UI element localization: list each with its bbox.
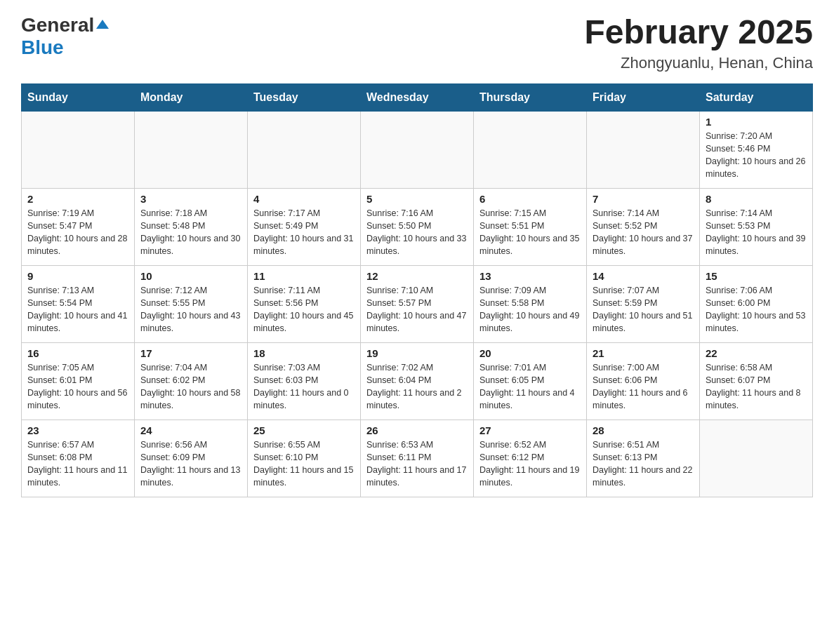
header-day-thursday: Thursday	[474, 83, 587, 111]
calendar-cell: 19Sunrise: 7:02 AMSunset: 6:04 PMDayligh…	[361, 342, 474, 420]
day-info: Sunrise: 7:15 AMSunset: 5:51 PMDaylight:…	[479, 207, 581, 258]
header-day-sunday: Sunday	[22, 83, 135, 111]
calendar-cell	[135, 111, 248, 188]
logo: General Blue	[21, 14, 109, 59]
calendar-cell	[248, 111, 361, 188]
header-day-friday: Friday	[587, 83, 700, 111]
day-number: 22	[706, 347, 807, 359]
day-info: Sunrise: 7:07 AMSunset: 5:59 PMDaylight:…	[593, 284, 694, 335]
month-title: February 2025	[584, 14, 813, 51]
day-number: 12	[366, 270, 468, 282]
day-info: Sunrise: 7:00 AMSunset: 6:06 PMDaylight:…	[593, 361, 694, 412]
calendar-cell: 23Sunrise: 6:57 AMSunset: 6:08 PMDayligh…	[22, 420, 135, 497]
logo-blue: Blue	[21, 36, 64, 58]
logo-blue-text: Blue	[21, 36, 64, 59]
calendar-cell: 2Sunrise: 7:19 AMSunset: 5:47 PMDaylight…	[22, 188, 135, 265]
day-info: Sunrise: 6:51 AMSunset: 6:13 PMDaylight:…	[593, 438, 694, 490]
day-number: 13	[479, 270, 581, 282]
day-info: Sunrise: 7:14 AMSunset: 5:52 PMDaylight:…	[593, 207, 694, 258]
header-row: SundayMondayTuesdayWednesdayThursdayFrid…	[22, 83, 813, 111]
calendar-cell: 8Sunrise: 7:14 AMSunset: 5:53 PMDaylight…	[700, 188, 813, 265]
calendar-cell	[361, 111, 474, 188]
day-number: 8	[706, 193, 807, 205]
calendar-cell: 5Sunrise: 7:16 AMSunset: 5:50 PMDaylight…	[361, 188, 474, 265]
day-number: 24	[140, 424, 241, 436]
day-info: Sunrise: 7:09 AMSunset: 5:58 PMDaylight:…	[479, 284, 581, 335]
week-row-2: 9Sunrise: 7:13 AMSunset: 5:54 PMDaylight…	[22, 265, 813, 342]
calendar-cell: 9Sunrise: 7:13 AMSunset: 5:54 PMDaylight…	[22, 265, 135, 342]
day-number: 20	[479, 347, 581, 359]
day-info: Sunrise: 7:04 AMSunset: 6:02 PMDaylight:…	[140, 361, 241, 412]
day-info: Sunrise: 7:10 AMSunset: 5:57 PMDaylight:…	[366, 284, 468, 335]
day-number: 10	[140, 270, 241, 282]
day-number: 26	[366, 424, 468, 436]
week-row-1: 2Sunrise: 7:19 AMSunset: 5:47 PMDaylight…	[22, 188, 813, 265]
calendar-cell	[700, 420, 813, 497]
logo-general: General	[21, 14, 94, 36]
calendar-cell: 18Sunrise: 7:03 AMSunset: 6:03 PMDayligh…	[248, 342, 361, 420]
day-number: 16	[27, 347, 128, 359]
calendar-cell: 11Sunrise: 7:11 AMSunset: 5:56 PMDayligh…	[248, 265, 361, 342]
calendar-cell: 13Sunrise: 7:09 AMSunset: 5:58 PMDayligh…	[474, 265, 587, 342]
day-info: Sunrise: 6:56 AMSunset: 6:09 PMDaylight:…	[140, 438, 241, 490]
day-info: Sunrise: 7:12 AMSunset: 5:55 PMDaylight:…	[140, 284, 241, 335]
calendar-cell: 27Sunrise: 6:52 AMSunset: 6:12 PMDayligh…	[474, 420, 587, 497]
day-number: 5	[366, 193, 468, 205]
day-info: Sunrise: 7:06 AMSunset: 6:00 PMDaylight:…	[706, 284, 807, 335]
day-info: Sunrise: 6:58 AMSunset: 6:07 PMDaylight:…	[706, 361, 807, 412]
calendar-cell: 7Sunrise: 7:14 AMSunset: 5:52 PMDaylight…	[587, 188, 700, 265]
calendar-header: SundayMondayTuesdayWednesdayThursdayFrid…	[22, 83, 813, 111]
calendar-cell: 3Sunrise: 7:18 AMSunset: 5:48 PMDaylight…	[135, 188, 248, 265]
day-number: 19	[366, 347, 468, 359]
title-block: February 2025 Zhongyuanlu, Henan, China	[584, 14, 813, 72]
day-info: Sunrise: 6:52 AMSunset: 6:12 PMDaylight:…	[479, 438, 581, 490]
logo-triangle-icon	[96, 20, 109, 29]
week-row-4: 23Sunrise: 6:57 AMSunset: 6:08 PMDayligh…	[22, 420, 813, 497]
day-number: 21	[593, 347, 694, 359]
day-number: 11	[253, 270, 355, 282]
day-info: Sunrise: 6:53 AMSunset: 6:11 PMDaylight:…	[366, 438, 468, 490]
calendar-cell: 25Sunrise: 6:55 AMSunset: 6:10 PMDayligh…	[248, 420, 361, 497]
week-row-3: 16Sunrise: 7:05 AMSunset: 6:01 PMDayligh…	[22, 342, 813, 420]
calendar-cell: 6Sunrise: 7:15 AMSunset: 5:51 PMDaylight…	[474, 188, 587, 265]
day-number: 3	[140, 193, 241, 205]
day-number: 23	[27, 424, 128, 436]
day-info: Sunrise: 6:57 AMSunset: 6:08 PMDaylight:…	[27, 438, 128, 490]
day-info: Sunrise: 6:55 AMSunset: 6:10 PMDaylight:…	[253, 438, 355, 490]
calendar-cell: 20Sunrise: 7:01 AMSunset: 6:05 PMDayligh…	[474, 342, 587, 420]
day-info: Sunrise: 7:05 AMSunset: 6:01 PMDaylight:…	[27, 361, 128, 412]
calendar-cell: 10Sunrise: 7:12 AMSunset: 5:55 PMDayligh…	[135, 265, 248, 342]
calendar-cell	[474, 111, 587, 188]
calendar-cell: 21Sunrise: 7:00 AMSunset: 6:06 PMDayligh…	[587, 342, 700, 420]
calendar-cell: 14Sunrise: 7:07 AMSunset: 5:59 PMDayligh…	[587, 265, 700, 342]
day-info: Sunrise: 7:17 AMSunset: 5:49 PMDaylight:…	[253, 207, 355, 258]
day-info: Sunrise: 7:19 AMSunset: 5:47 PMDaylight:…	[27, 207, 128, 258]
header-day-saturday: Saturday	[700, 83, 813, 111]
day-info: Sunrise: 7:14 AMSunset: 5:53 PMDaylight:…	[706, 207, 807, 258]
calendar-body: 1Sunrise: 7:20 AMSunset: 5:46 PMDaylight…	[22, 111, 813, 497]
header-day-monday: Monday	[135, 83, 248, 111]
calendar-table: SundayMondayTuesdayWednesdayThursdayFrid…	[21, 83, 813, 497]
day-number: 15	[706, 270, 807, 282]
day-info: Sunrise: 7:01 AMSunset: 6:05 PMDaylight:…	[479, 361, 581, 412]
day-number: 6	[479, 193, 581, 205]
header-day-wednesday: Wednesday	[361, 83, 474, 111]
day-number: 18	[253, 347, 355, 359]
day-info: Sunrise: 7:18 AMSunset: 5:48 PMDaylight:…	[140, 207, 241, 258]
week-row-0: 1Sunrise: 7:20 AMSunset: 5:46 PMDaylight…	[22, 111, 813, 188]
calendar-cell: 28Sunrise: 6:51 AMSunset: 6:13 PMDayligh…	[587, 420, 700, 497]
day-number: 28	[593, 424, 694, 436]
day-number: 14	[593, 270, 694, 282]
day-number: 9	[27, 270, 128, 282]
location-title: Zhongyuanlu, Henan, China	[584, 54, 813, 72]
day-info: Sunrise: 7:11 AMSunset: 5:56 PMDaylight:…	[253, 284, 355, 335]
day-info: Sunrise: 7:20 AMSunset: 5:46 PMDaylight:…	[706, 130, 807, 181]
calendar-cell: 16Sunrise: 7:05 AMSunset: 6:01 PMDayligh…	[22, 342, 135, 420]
day-info: Sunrise: 7:02 AMSunset: 6:04 PMDaylight:…	[366, 361, 468, 412]
day-number: 2	[27, 193, 128, 205]
calendar-cell: 17Sunrise: 7:04 AMSunset: 6:02 PMDayligh…	[135, 342, 248, 420]
calendar-cell	[22, 111, 135, 188]
calendar-cell: 22Sunrise: 6:58 AMSunset: 6:07 PMDayligh…	[700, 342, 813, 420]
calendar-cell: 12Sunrise: 7:10 AMSunset: 5:57 PMDayligh…	[361, 265, 474, 342]
calendar-cell: 24Sunrise: 6:56 AMSunset: 6:09 PMDayligh…	[135, 420, 248, 497]
